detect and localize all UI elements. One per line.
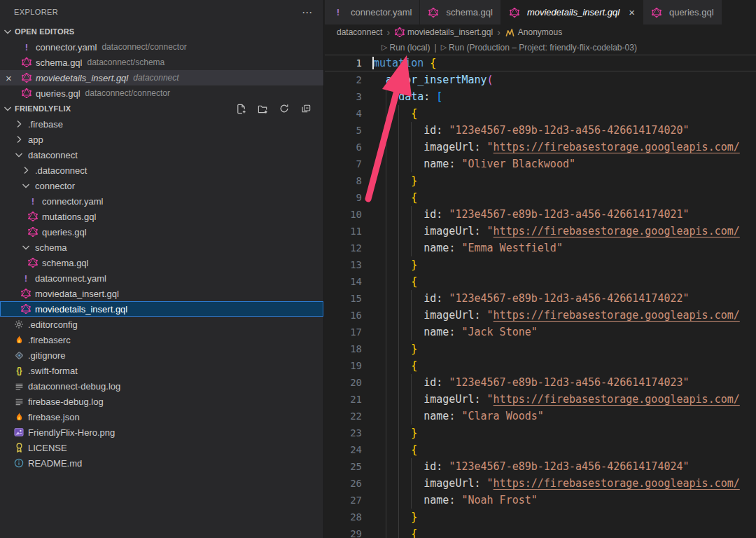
- tree-item-dataconnect-debug-log[interactable]: dataconnect-debug.log: [0, 378, 323, 394]
- indent-guide: [411, 374, 412, 391]
- indent-guide: [398, 324, 399, 340]
- tab-connector-yaml[interactable]: !connector.yaml: [325, 0, 420, 25]
- code-token: :: [475, 393, 487, 406]
- new-folder-icon[interactable]: [257, 103, 268, 114]
- indent-guide: [386, 492, 386, 509]
- graphql-icon: [21, 57, 32, 68]
- open-editor-name: connector.yaml: [36, 42, 97, 53]
- code-token: }: [411, 511, 417, 523]
- tree-item-connector[interactable]: connector: [0, 178, 323, 193]
- code-token: :: [424, 90, 436, 103]
- code-editor[interactable]: 1mutation {2 actor_insertMany(3 data: [4…: [325, 55, 756, 538]
- open-editor-moviedetails-insert-gql[interactable]: ×moviedetails_insert.gqldataconnect: [0, 70, 323, 85]
- close-icon[interactable]: ×: [629, 6, 635, 18]
- code-token: https://firebasestorage.googleapis.com/: [493, 393, 740, 406]
- tree-item-label: schema.gql: [42, 258, 88, 268]
- open-editor-connector-yaml[interactable]: !connector.yamldataconnect/connector: [0, 39, 323, 55]
- run-local-link[interactable]: Run (local): [389, 43, 430, 53]
- tree-item-label: .swift-format: [28, 366, 78, 376]
- tree-item-editorconfig[interactable]: .editorconfig: [0, 317, 323, 332]
- warning-icon: !: [27, 195, 38, 207]
- breadcrumb-item-moviedetails-insert-gql[interactable]: moviedetails_insert.gql: [394, 27, 493, 38]
- tab-queries-gql[interactable]: queries.gql: [643, 0, 722, 25]
- code-line-20: 20 id: "123e4567-e89b-12d3-a456-42661417…: [325, 374, 756, 391]
- tree-item-readme-md[interactable]: README.md: [0, 455, 323, 471]
- code-token: id: [424, 460, 436, 473]
- tree-item-license[interactable]: LICENSE: [0, 440, 323, 455]
- tree-item-dataconnect[interactable]: dataconnect: [0, 147, 323, 163]
- tree-item-label: .firebase: [28, 119, 63, 130]
- chevron-down-icon: [20, 242, 31, 253]
- open-editors-header[interactable]: OPEN EDITORS: [0, 24, 323, 39]
- open-editor-schema-gql[interactable]: schema.gqldataconnect/schema: [0, 55, 323, 70]
- code-line-24: 24 {: [325, 441, 756, 458]
- code-token: "123e4567-e89b-12d3-a456-426614174022": [449, 292, 689, 305]
- breadcrumb-label: moviedetails_insert.gql: [407, 27, 493, 37]
- code-token: "123e4567-e89b-12d3-a456-426614174020": [449, 124, 689, 137]
- indent-guide: [398, 492, 399, 509]
- code-token: :: [449, 158, 461, 170]
- code-line-10: 10 id: "123e4567-e89b-12d3-a456-42661417…: [325, 206, 756, 223]
- breadcrumb-label: dataconnect: [337, 27, 382, 37]
- tree-item-swift-format[interactable]: {}.swift-format: [0, 363, 323, 378]
- tree-item-firebase-debug-log[interactable]: firebase-debug.log: [0, 394, 323, 409]
- code-token: imageUrl: [424, 309, 474, 322]
- code-line-11: 11 imageUrl: "https://firebasestorage.go…: [325, 223, 756, 240]
- indent-guide: [398, 156, 399, 172]
- new-file-icon[interactable]: [235, 103, 246, 114]
- indent-guide: [386, 475, 386, 492]
- indent-guide: [411, 206, 412, 223]
- log-icon: [13, 396, 24, 407]
- close-icon[interactable]: ×: [6, 70, 12, 85]
- tree-item-dataconnect-yaml[interactable]: !dataconnect.yaml: [0, 270, 323, 286]
- code-line-22: 22 name: "Clara Woods": [325, 408, 756, 425]
- code-token: actor_insertMany: [386, 74, 487, 86]
- breadcrumb-item-anonymous[interactable]: Anonymous: [505, 27, 562, 38]
- tree-item-schema[interactable]: schema: [0, 240, 323, 255]
- line-number: 5: [325, 122, 362, 139]
- indent-guide: [411, 307, 412, 324]
- graphql-icon: [21, 72, 32, 83]
- project-header[interactable]: FRIENDLYFLIX: [0, 101, 323, 116]
- tree-item-connector-yaml[interactable]: !connector.yaml: [0, 193, 323, 209]
- tree-item-moviedetails-insert-gql[interactable]: moviedetails_insert.gql: [0, 301, 323, 317]
- anonymous-icon: [505, 27, 515, 38]
- tree-item-mutations-gql[interactable]: mutations.gql: [0, 209, 323, 224]
- run-production-link[interactable]: Run (Production – Project: friendly-flix…: [449, 43, 637, 53]
- indent-guide: [411, 139, 412, 156]
- indent-guide: [398, 307, 399, 324]
- tab-moviedetails-insert-gql[interactable]: moviedetails_insert.gql×: [501, 0, 643, 25]
- tree-item-dataconnect[interactable]: .dataconnect: [0, 163, 323, 178]
- indent-guide: [386, 374, 386, 391]
- more-actions-icon[interactable]: ⋯: [302, 7, 312, 18]
- tree-item-firebase-json[interactable]: firebase.json: [0, 409, 323, 425]
- tree-item-gitignore[interactable]: .gitignore: [0, 347, 323, 363]
- line-number: 29: [325, 525, 362, 538]
- code-line-8: 8 }: [325, 172, 756, 189]
- code-token: }: [411, 427, 417, 439]
- open-editor-description: dataconnect/schema: [87, 57, 164, 67]
- collapse-all-icon[interactable]: [300, 103, 312, 114]
- tree-item-queries-gql[interactable]: queries.gql: [0, 224, 323, 240]
- indent-guide: [386, 458, 386, 475]
- code-token: https://firebasestorage.googleapis.com/: [493, 309, 740, 322]
- line-number: 8: [325, 172, 362, 189]
- open-editor-queries-gql[interactable]: queries.gqldataconnect/connector: [0, 85, 323, 101]
- refresh-icon[interactable]: [279, 103, 290, 114]
- play-icon: ▷: [441, 43, 447, 52]
- tab-schema-gql[interactable]: schema.gql: [420, 0, 500, 25]
- tree-item-schema-gql[interactable]: schema.gql: [0, 255, 323, 270]
- tree-item-moviedata-insert-gql[interactable]: moviedata_insert.gql: [0, 286, 323, 301]
- graphql-icon: [27, 211, 38, 222]
- indent-guide: [411, 458, 412, 475]
- tree-item-app[interactable]: app: [0, 132, 323, 147]
- code-line-18: 18 }: [325, 340, 756, 357]
- code-token: "Noah Frost": [461, 494, 537, 506]
- indent-guide: [386, 290, 386, 307]
- breadcrumb-item-dataconnect[interactable]: dataconnect: [337, 27, 382, 37]
- code-token: "Oliver Blackwood": [461, 158, 575, 170]
- tree-item-friendlyflix-hero-png[interactable]: FriendlyFlix-Hero.png: [0, 425, 323, 440]
- tree-item-firebaserc[interactable]: .firebaserc: [0, 332, 323, 347]
- tree-item-firebase[interactable]: .firebase: [0, 116, 323, 132]
- code-token: "123e4567-e89b-12d3-a456-426614174021": [449, 208, 689, 221]
